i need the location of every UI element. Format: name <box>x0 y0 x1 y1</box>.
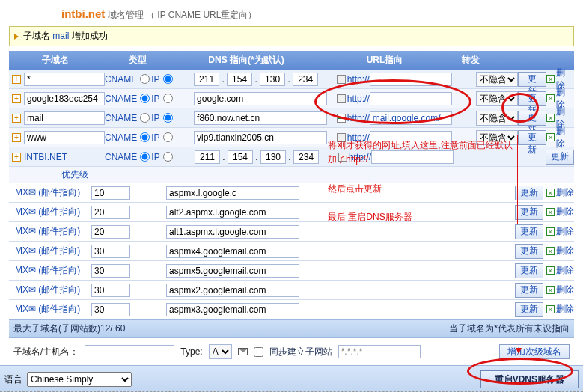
dns-input[interactable] <box>194 111 327 125</box>
hide-select[interactable]: 不隐含 <box>476 91 518 106</box>
cname-radio[interactable] <box>140 94 150 103</box>
delete-link[interactable]: ×删除 <box>546 264 574 277</box>
mx-row: MX✉ (邮件指向) 更新 ×删除 <box>9 261 574 281</box>
mx-host-input[interactable] <box>166 284 299 297</box>
cname-radio[interactable] <box>140 113 150 123</box>
hide-select[interactable]: 不隐含 <box>476 72 518 87</box>
x-icon: × <box>546 189 555 197</box>
mx-priority-input[interactable] <box>91 284 130 297</box>
mx-priority-input[interactable] <box>91 264 130 278</box>
dns-input[interactable] <box>194 92 327 105</box>
ip-segment-input[interactable] <box>228 150 253 164</box>
ip-radio[interactable] <box>163 74 173 84</box>
bottom-bar: 语言 Chinese Simply 重启VDNS服务器 <box>0 365 583 392</box>
mx-label: MX✉ (邮件指向) <box>9 284 91 296</box>
subdomain-input[interactable] <box>24 92 105 105</box>
url-input[interactable] <box>370 92 452 105</box>
ip-radio[interactable] <box>163 152 173 162</box>
restart-vdns-button[interactable]: 重启VDNS服务器 <box>480 370 579 388</box>
ip-segment-input[interactable] <box>293 73 318 86</box>
status-bar: 最大子域名(子网站数)12/ 60当子域名为*代表所有未设指向 <box>9 319 574 338</box>
ip-segment-input[interactable] <box>194 73 219 86</box>
annotation-arrow <box>519 153 519 348</box>
wildcard-input[interactable] <box>338 345 421 358</box>
mx-host-input[interactable] <box>166 225 299 239</box>
hostname-input[interactable] <box>85 345 174 358</box>
table-row: + CNAME IP . . . http:// 不隐含 更新 ×删除 <box>9 70 574 89</box>
update-button[interactable]: 更新 <box>518 72 546 87</box>
x-icon: × <box>546 114 555 122</box>
url-input[interactable] <box>370 73 452 86</box>
mx-label: MX✉ (邮件指向) <box>9 225 91 238</box>
ip-segment-input[interactable] <box>293 150 319 164</box>
plus-icon[interactable]: + <box>12 133 21 142</box>
add-subdomain-button[interactable]: 增加次级域名 <box>499 344 570 359</box>
x-icon: × <box>546 133 555 141</box>
sync-checkbox[interactable] <box>254 347 263 357</box>
delete-link[interactable]: ×删除 <box>546 245 574 257</box>
mx-host-input[interactable] <box>166 245 299 258</box>
plus-icon[interactable]: + <box>12 153 21 162</box>
x-icon: × <box>546 94 555 102</box>
subdomain-input[interactable] <box>24 131 105 144</box>
ip-segment-input[interactable] <box>260 73 285 86</box>
delete-link[interactable]: ×删除 <box>546 303 574 316</box>
table-row: + CNAME IP http:// 不隐含 更新 ×删除 <box>9 108 574 128</box>
update-button[interactable]: 更新 <box>518 130 546 145</box>
url-checkbox[interactable] <box>337 75 346 84</box>
plus-icon[interactable]: + <box>12 75 21 84</box>
x-icon: × <box>546 227 555 236</box>
page-title: intbi.net 域名管理 （ IP CNAME URL重定向） <box>9 6 574 26</box>
ip-segment-input[interactable] <box>260 150 286 164</box>
update-button[interactable]: 更新 <box>546 150 574 165</box>
url-input[interactable] <box>370 111 452 125</box>
delete-link[interactable]: ×删除 <box>546 225 574 238</box>
mx-priority-input[interactable] <box>91 186 130 200</box>
cname-radio[interactable] <box>140 132 150 142</box>
mx-label: MX✉ (邮件指向) <box>9 303 91 316</box>
mx-priority-input[interactable] <box>91 206 130 219</box>
cname-radio[interactable] <box>140 152 150 162</box>
delete-link[interactable]: ×删除 <box>546 186 574 199</box>
mail-icon <box>238 348 248 355</box>
ip-segment-input[interactable] <box>195 150 220 164</box>
add-subdomain-row: 子域名/主机名： Type: A 同步建立子网站 增加次级域名 <box>9 338 574 365</box>
x-icon: × <box>546 305 555 313</box>
ip-segment-input[interactable] <box>227 73 252 86</box>
url-checkbox[interactable] <box>337 114 346 123</box>
mx-priority-input[interactable] <box>91 303 130 316</box>
type-select[interactable]: A <box>209 344 232 359</box>
table-header: 子域名 类型 DNS 指向(*为默认) URL指向 转发 <box>9 51 574 70</box>
url-checkbox[interactable] <box>337 94 346 103</box>
subdomain-input[interactable] <box>24 111 105 125</box>
dns-input[interactable] <box>194 131 327 144</box>
mx-priority-input[interactable] <box>91 245 130 258</box>
mx-priority-input[interactable] <box>91 225 130 239</box>
update-button[interactable]: 更新 <box>518 111 546 126</box>
brand: intbi.net <box>61 7 105 20</box>
success-notice: 子域名 mail 增加成功 <box>9 26 574 46</box>
hide-select[interactable]: 不隐含 <box>476 111 518 126</box>
mx-label: MX✉ (邮件指向) <box>9 206 91 218</box>
plus-icon[interactable]: + <box>12 114 21 123</box>
delete-link[interactable]: ×删除 <box>546 125 574 150</box>
mx-row: MX✉ (邮件指向) 更新 ×删除 <box>9 281 574 300</box>
ip-radio[interactable] <box>163 113 173 123</box>
mx-label: MX✉ (邮件指向) <box>9 264 91 277</box>
mx-row: MX✉ (邮件指向) 更新 ×删除 <box>9 242 574 261</box>
mx-host-input[interactable] <box>166 206 299 219</box>
delete-link[interactable]: ×删除 <box>546 206 574 218</box>
mx-row: MX✉ (邮件指向) 更新 ×删除 <box>9 300 574 319</box>
update-button[interactable]: 更新 <box>518 91 546 106</box>
plus-icon[interactable]: + <box>12 94 21 103</box>
mx-host-input[interactable] <box>166 264 299 278</box>
delete-link[interactable]: ×删除 <box>546 284 574 296</box>
cname-radio[interactable] <box>140 74 150 84</box>
language-select[interactable]: Chinese Simply <box>27 372 132 387</box>
mx-host-input[interactable] <box>166 303 299 316</box>
ip-radio[interactable] <box>163 94 173 103</box>
ip-radio[interactable] <box>163 132 173 142</box>
mx-host-input[interactable] <box>166 186 299 200</box>
subdomain-input[interactable] <box>24 73 105 86</box>
x-icon: × <box>546 286 555 294</box>
